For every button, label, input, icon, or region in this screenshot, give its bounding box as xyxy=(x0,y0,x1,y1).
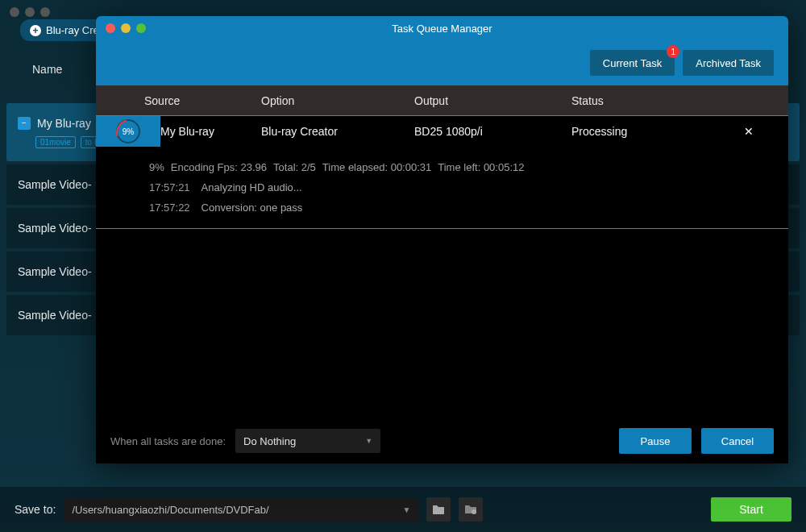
log-message: Analyzing HD audio... xyxy=(202,181,302,193)
column-output: Output xyxy=(414,94,571,107)
modal-titlebar: Task Queue Manager xyxy=(96,16,788,40)
list-item-label: Sample Video- xyxy=(18,309,92,322)
zoom-icon[interactable] xyxy=(40,7,50,17)
close-icon[interactable] xyxy=(10,7,19,17)
settings-icon[interactable] xyxy=(459,497,483,522)
tab-current-task[interactable]: Current Task 1 xyxy=(590,50,675,76)
task-row[interactable]: 9% My Blu-ray Blu-ray Creator BD25 1080p… xyxy=(96,116,788,147)
zoom-icon[interactable] xyxy=(136,23,146,33)
checkbox-icon[interactable]: − xyxy=(18,117,31,130)
detail-percent: 9% xyxy=(149,161,164,173)
progress-indicator: 9% xyxy=(96,116,160,147)
save-path-value: /Users/huangxiaozhi/Documents/DVDFab/ xyxy=(72,504,268,516)
log-message: Conversion: one pass xyxy=(202,202,303,214)
start-button[interactable]: Start xyxy=(711,497,791,522)
close-icon[interactable] xyxy=(106,23,115,33)
badge-count: 1 xyxy=(667,45,679,58)
folder-icon[interactable] xyxy=(426,497,451,522)
column-source: Source xyxy=(144,94,261,107)
list-item-label: Sample Video- xyxy=(18,265,92,278)
list-item-label: My Blu-ray xyxy=(37,117,91,130)
list-item-label: Sample Video- xyxy=(18,178,92,191)
column-option: Option xyxy=(261,94,414,107)
progress-ring-icon: 9% xyxy=(116,119,140,143)
detail-fps: 23.96 xyxy=(241,161,268,173)
log-line: 17:57:22 Conversion: one pass xyxy=(149,202,788,214)
remove-task-button[interactable]: ✕ xyxy=(744,125,754,138)
task-output: BD25 1080p/i xyxy=(414,125,571,138)
modal-tabs: Current Task 1 Archived Task xyxy=(96,40,788,85)
svg-point-0 xyxy=(472,509,476,514)
done-action-select[interactable]: Do Nothing ▼ xyxy=(235,429,380,453)
save-path-input[interactable]: /Users/huangxiaozhi/Documents/DVDFab/ ▼ xyxy=(64,497,418,522)
detail-timeleft: 00:05:12 xyxy=(484,161,525,173)
task-source: My Blu-ray xyxy=(160,125,261,138)
column-status: Status xyxy=(571,94,725,107)
minimize-icon[interactable] xyxy=(121,23,131,33)
column-name: Name xyxy=(32,63,62,76)
modal-footer: When all tasks are done: Do Nothing ▼ Pa… xyxy=(96,418,788,463)
plus-icon: + xyxy=(30,25,41,36)
done-action-value: Do Nothing xyxy=(243,435,296,447)
modal-title: Task Queue Manager xyxy=(392,23,492,35)
detail-total: 2/5 xyxy=(301,161,316,173)
task-status: Processing xyxy=(571,125,725,138)
task-detail: 9% Encoding Fps: 23.96 Total: 2/5 Time e… xyxy=(96,147,788,229)
tab-archived-task[interactable]: Archived Task xyxy=(683,50,774,76)
detail-elapsed: 00:00:31 xyxy=(391,161,432,173)
cancel-button[interactable]: Cancel xyxy=(701,428,774,454)
chevron-down-icon: ▼ xyxy=(402,505,410,514)
task-queue-modal: Task Queue Manager Current Task 1 Archiv… xyxy=(96,16,788,463)
pause-button[interactable]: Pause xyxy=(619,428,692,454)
list-item-label: Sample Video- xyxy=(18,222,92,235)
task-option: Blu-ray Creator xyxy=(261,125,414,138)
done-action-label: When all tasks are done: xyxy=(110,435,226,447)
chevron-down-icon: ▼ xyxy=(365,437,372,445)
table-header: Source Option Output Status xyxy=(96,85,788,116)
minimize-icon[interactable] xyxy=(25,7,35,17)
log-line: 17:57:21 Analyzing HD audio... xyxy=(149,181,788,193)
log-timestamp: 17:57:21 xyxy=(149,181,190,193)
pill[interactable]: 01movie xyxy=(35,136,76,148)
save-to-label: Save to: xyxy=(15,503,56,516)
log-timestamp: 17:57:22 xyxy=(149,202,190,214)
main-footer: Save to: /Users/huangxiaozhi/Documents/D… xyxy=(0,487,806,532)
